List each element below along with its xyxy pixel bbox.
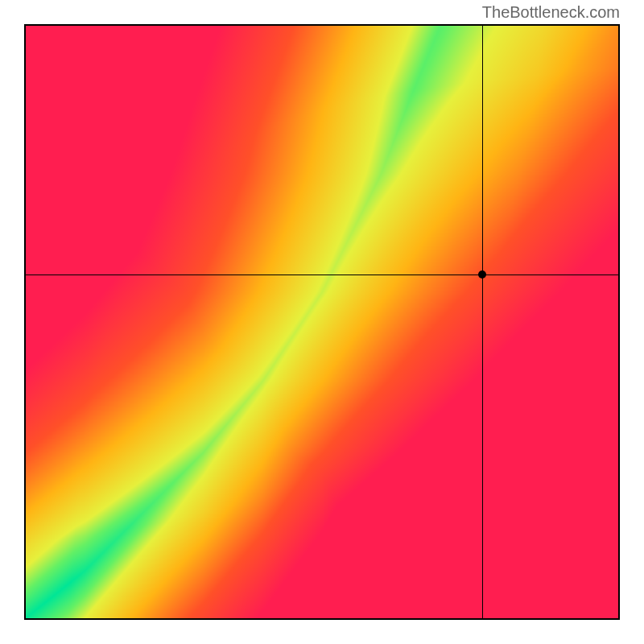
heatmap-plot [24, 24, 620, 620]
chart-container: TheBottleneck.com [0, 0, 644, 644]
data-point-marker [478, 270, 486, 279]
heatmap-canvas [26, 26, 618, 618]
crosshair-horizontal [26, 275, 618, 275]
watermark-text: TheBottleneck.com [482, 3, 620, 22]
crosshair-vertical [482, 26, 483, 618]
